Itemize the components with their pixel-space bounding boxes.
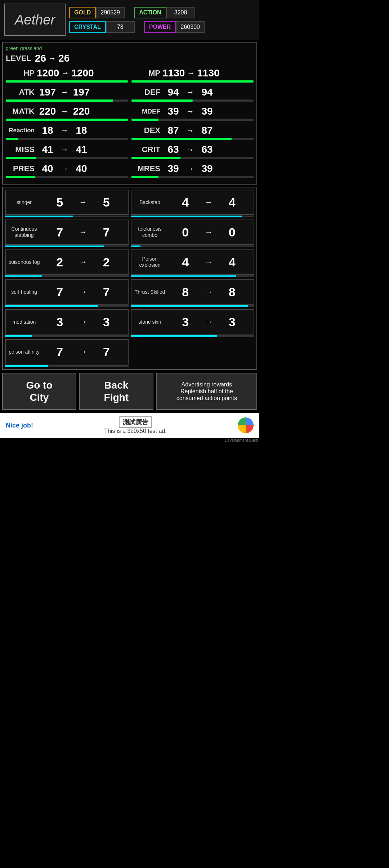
action-value: 3200 (166, 7, 195, 18)
skill-bar-wrap (5, 365, 129, 367)
resources-panel: GOLD 290529 ACTION 3200 CRYSTAL 78 POWER… (69, 7, 255, 33)
def-label: DEF (131, 88, 160, 97)
skill-arrow: → (205, 257, 213, 267)
pres-entry: PRES 40 → 40 (6, 162, 128, 180)
skill-bar (5, 305, 98, 307)
skill-from: 0 (166, 225, 205, 239)
skill-item-poisonous-fog: poisonous fog 2 → 2 (5, 249, 129, 277)
skill-bar (5, 275, 42, 277)
skill-bar-wrap (5, 275, 129, 277)
crystal-value: 78 (106, 21, 135, 33)
atk-from: 197 (37, 87, 58, 98)
skill-row: self-healing 7 → 7 (5, 279, 129, 305)
crystal-row: CRYSTAL 78 POWER 260300 (69, 21, 255, 33)
dex-label: DEX (131, 126, 160, 135)
crit-entry: CRIT 63 → 63 (131, 143, 254, 160)
mres-to: 39 (196, 163, 218, 174)
skill-row: Thrust Skilled 8 → 8 (131, 279, 254, 305)
miss-entry: MISS 41 → 41 (6, 143, 128, 160)
aether-title: Aether (4, 4, 66, 36)
ad-google-icon (238, 417, 254, 433)
skill-to: 7 (87, 345, 126, 359)
pres-from: 40 (37, 163, 58, 174)
gold-row: GOLD 290529 ACTION 3200 (69, 7, 255, 18)
skill-to: 4 (213, 255, 252, 269)
skill-arrow: → (205, 227, 213, 237)
skill-bar-wrap (131, 216, 254, 217)
skill-row: stinger 5 → 5 (5, 190, 129, 215)
hp-mp-row: HP 1200 → 1200 MP 1130 → 1130 (6, 66, 254, 85)
skill-bar (131, 335, 217, 337)
skill-item-Poison-explosion: Poison explosion 4 → 4 (131, 249, 254, 277)
ad-text: This is a 320x50 test ad. (104, 428, 166, 434)
miss-label: MISS (6, 145, 35, 154)
ad-title: 測試廣告 (119, 416, 152, 428)
skill-arrow: → (205, 287, 213, 297)
skill-to: 3 (87, 315, 126, 329)
bottom-buttons: Go toCity BackFight Advertising rewardsR… (2, 373, 257, 410)
skill-to: 4 (213, 195, 252, 209)
skill-bar-wrap (5, 216, 129, 217)
skill-from: 8 (166, 285, 205, 299)
back-fight-button[interactable]: BackFight (79, 373, 153, 410)
skill-row: meditation 3 → 3 (5, 309, 129, 335)
skill-from: 5 (40, 195, 79, 209)
mdef-from: 39 (162, 106, 184, 117)
skill-to: 5 (87, 195, 126, 209)
matk-entry: MATK 220 → 220 (6, 105, 128, 122)
skill-name: meditation (8, 319, 40, 325)
level-row: LEVEL 26 → 26 (6, 53, 254, 64)
atk-label: ATK (6, 88, 35, 97)
skill-from: 3 (166, 315, 205, 329)
skill-item-stone-skin: stone skin 3 → 3 (131, 309, 254, 337)
reaction-label: Reaction (6, 127, 35, 134)
skill-to: 3 (213, 315, 252, 329)
skill-row: stone skin 3 → 3 (131, 309, 254, 335)
skill-item-Continuous-stabbing: Continuous stabbing 7 → 7 (5, 220, 129, 247)
pres-mres-row: PRES 40 → 40 MRES 39 → 39 (6, 162, 254, 181)
skill-name: poison affinity (8, 349, 40, 355)
mres-label: MRES (131, 164, 160, 173)
gold-label: GOLD (69, 7, 96, 18)
skill-from: 4 (166, 255, 205, 269)
mdef-entry: MDEF 39 → 39 (131, 105, 254, 122)
skill-bar-wrap (5, 305, 129, 307)
dex-entry: DEX 87 → 87 (131, 124, 254, 141)
skill-item-stinger: stinger 5 → 5 (5, 190, 129, 217)
gold-item: GOLD 290529 (69, 7, 125, 18)
dev-build-label: Development Build (0, 438, 259, 442)
hp-from: 1200 (37, 67, 59, 79)
gold-value: 290529 (96, 7, 125, 18)
mdef-to: 39 (196, 106, 218, 117)
skill-bar-wrap (131, 335, 254, 337)
skill-bar (5, 245, 104, 247)
matk-label: MATK (6, 107, 35, 116)
skill-arrow: → (79, 227, 87, 237)
hp-entry: HP 1200 → 1200 (6, 66, 128, 84)
atk-to: 197 (71, 87, 92, 98)
skill-bar (5, 365, 48, 367)
def-from: 94 (162, 87, 184, 98)
skill-item-self-healing: self-healing 7 → 7 (5, 279, 129, 307)
skill-to: 0 (213, 225, 252, 239)
skill-item-Thrust-Skilled: Thrust Skilled 8 → 8 (131, 279, 254, 307)
skill-row: telekinesis combo 0 → 0 (131, 220, 254, 245)
skill-row: poisonous fog 2 → 2 (5, 249, 129, 275)
skill-bar-wrap (131, 245, 254, 247)
header: Aether GOLD 290529 ACTION 3200 CRYSTAL 7… (0, 0, 259, 40)
skill-from: 7 (40, 345, 79, 359)
skill-bar (131, 216, 242, 217)
skill-from: 4 (166, 195, 205, 209)
miss-crit-row: MISS 41 → 41 CRIT 63 → 63 (6, 143, 254, 162)
go-to-city-button[interactable]: Go toCity (2, 373, 76, 410)
skill-name: self-healing (8, 289, 40, 295)
skill-from: 7 (40, 285, 79, 299)
ad-reward-button[interactable]: Advertising rewardsReplenish half of the… (156, 373, 257, 410)
reaction-dex-row: Reaction 18 → 18 DEX 87 → 87 (6, 124, 254, 143)
matk-to: 220 (71, 106, 92, 117)
skill-name: Poison explosion (134, 256, 166, 268)
crystal-label: CRYSTAL (69, 21, 106, 33)
mp-from: 1130 (162, 67, 185, 79)
pres-label: PRES (6, 164, 35, 173)
skills-panel: stinger 5 → 5 Backstab 4 → 4 Continuous … (2, 187, 257, 370)
